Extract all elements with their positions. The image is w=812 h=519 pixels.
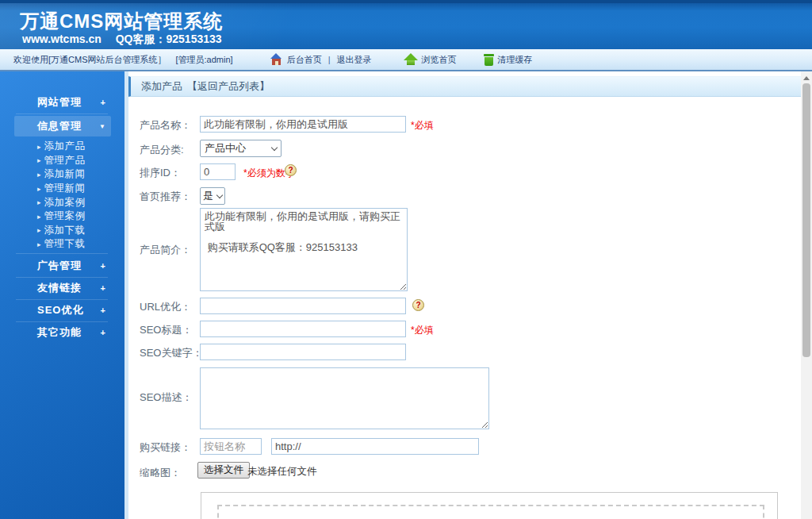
admin-text: [管理员:admin] (176, 54, 233, 66)
sidebar-subitem-manage-product[interactable]: ▸ 管理产品 (0, 154, 124, 168)
scrollbar-up-arrow[interactable] (801, 73, 812, 83)
seo-keywords-input[interactable] (200, 344, 406, 360)
sidebar-item-seo[interactable]: SEO优化 + (14, 300, 111, 321)
bullet-arrow-icon: ▸ (37, 198, 41, 206)
browse-home-link[interactable]: 浏览首页 (422, 54, 457, 66)
thumbnail-label: 缩略图： (140, 466, 181, 480)
help-icon[interactable]: ? (285, 164, 297, 176)
page-header: 添加产品 【返回产品列表】 (128, 76, 801, 97)
sidebar-divider (16, 253, 108, 254)
chevron-down-icon (216, 191, 223, 198)
sidebar-subitem-manage-download[interactable]: ▸ 管理下载 (0, 237, 124, 252)
file-status-text: 未选择任何文件 (247, 465, 317, 479)
required-mark: *必填 (411, 324, 434, 337)
main-content: 添加产品 【返回产品列表】 产品名称： *必填 产品分类: 产品中心 排序ID：… (128, 71, 801, 519)
sidebar-subitem-manage-news[interactable]: ▸ 管理新闻 (0, 182, 124, 196)
bullet-arrow-icon: ▸ (37, 143, 41, 151)
page-title: 添加产品 (141, 79, 182, 94)
sidebar-item-other[interactable]: 其它功能 + (14, 322, 111, 343)
buy-url-input[interactable] (271, 438, 479, 455)
recommend-label: 首页推荐： (140, 190, 191, 204)
sidebar-item-friend-links[interactable]: 友情链接 + (14, 278, 111, 298)
browse-home-icon (404, 53, 418, 66)
bullet-arrow-icon: ▸ (37, 171, 41, 179)
plus-icon: + (101, 328, 105, 337)
sidebar-subitem-add-download[interactable]: ▸ 添加下载 (0, 224, 124, 238)
choose-file-button[interactable]: 选择文件 (197, 462, 250, 479)
house-icon (270, 53, 283, 66)
trash-icon (484, 53, 494, 66)
plus-icon: + (101, 283, 105, 293)
intro-label: 产品简介： (140, 243, 191, 257)
seo-keywords-label: SEO关键字： (140, 346, 202, 360)
plus-icon: + (101, 261, 105, 271)
sidebar-subitem-add-product[interactable]: ▸ 添加产品 (0, 140, 124, 154)
category-select[interactable]: 产品中心 (200, 140, 282, 157)
recommend-select[interactable]: 是 (200, 187, 225, 205)
bullet-arrow-icon: ▸ (37, 213, 41, 221)
help-icon[interactable]: ? (412, 299, 424, 311)
bullet-arrow-icon: ▸ (37, 156, 41, 164)
sidebar-item-info-manage[interactable]: 信息管理 ▼ (14, 116, 111, 136)
sidebar-item-site-manage[interactable]: 网站管理 + (14, 92, 111, 113)
app-subtitle: www.wtcms.cn QQ客服：925153133 (22, 33, 233, 47)
app-banner: 万通CMS网站管理系统 www.wtcms.cn QQ客服：925153133 (0, 0, 812, 49)
scrollbar-thumb[interactable] (802, 83, 810, 357)
url-input[interactable] (200, 298, 406, 314)
sort-id-input[interactable] (200, 163, 236, 180)
category-label: 产品分类: (140, 143, 184, 157)
sidebar: 网站管理 + 信息管理 ▼ ▸ 添加产品 ▸ 管理产品 ▸ 添加新闻 ▸ 管理新… (0, 71, 124, 519)
url-label: URL优化： (140, 300, 191, 314)
seo-desc-label: SEO描述： (140, 390, 192, 405)
sidebar-subitem-manage-case[interactable]: ▸ 管理案例 (0, 210, 124, 224)
seo-title-label: SEO标题： (140, 323, 192, 337)
product-name-label: 产品名称： (140, 118, 191, 133)
editor-drop-area[interactable] (217, 505, 764, 519)
toolbar-separator: | (328, 55, 331, 64)
toolbar: 欢迎使用[万通CMS网站后台管理系统］ [管理员:admin] 后台首页 | 退… (0, 49, 812, 71)
sort-id-label: 排序ID： (140, 166, 181, 180)
app-title: 万通CMS网站管理系统 (20, 9, 223, 34)
backend-home-link[interactable]: 后台首页 (287, 54, 322, 66)
back-to-list-link[interactable]: 【返回产品列表】 (187, 79, 270, 94)
site-url: www.wtcms.cn (22, 33, 102, 45)
sidebar-subitem-add-case[interactable]: ▸ 添加案例 (0, 195, 124, 210)
bullet-arrow-icon: ▸ (37, 185, 41, 193)
plus-icon: + (101, 98, 105, 107)
chevron-down-icon: ▼ (99, 123, 105, 130)
product-name-input[interactable] (200, 116, 406, 133)
qq-service: QQ客服：925153133 (116, 33, 222, 45)
sidebar-item-ad-manage[interactable]: 广告管理 + (14, 256, 111, 276)
clear-cache-link[interactable]: 清理缓存 (498, 54, 533, 66)
buy-button-name-input[interactable] (200, 438, 262, 455)
bullet-arrow-icon: ▸ (37, 240, 41, 248)
logout-link[interactable]: 退出登录 (337, 54, 372, 66)
sidebar-submenu: ▸ 添加产品 ▸ 管理产品 ▸ 添加新闻 ▸ 管理新闻 ▸ 添加案例 ▸ 管理案… (0, 140, 124, 252)
scrollbar[interactable] (801, 71, 812, 519)
seo-title-input[interactable] (200, 321, 406, 337)
page: 万通CMS网站管理系统 www.wtcms.cn QQ客服：925153133 … (0, 0, 812, 519)
required-mark: *必填 (411, 119, 434, 133)
plus-icon: + (101, 306, 105, 315)
seo-desc-textarea[interactable] (200, 367, 489, 429)
buy-link-label: 购买链接： (140, 440, 191, 455)
sidebar-subitem-add-news[interactable]: ▸ 添加新闻 (0, 167, 124, 182)
chevron-down-icon (271, 144, 278, 150)
editor-container (201, 492, 778, 519)
welcome-text: 欢迎使用[万通CMS网站后台管理系统］ (13, 54, 167, 66)
sidebar-divider (16, 113, 108, 114)
bullet-arrow-icon: ▸ (37, 226, 41, 234)
intro-textarea[interactable]: 此功能有限制，你用的是试用版，请购买正式版 购买请联系QQ客服：92515313… (200, 208, 408, 291)
